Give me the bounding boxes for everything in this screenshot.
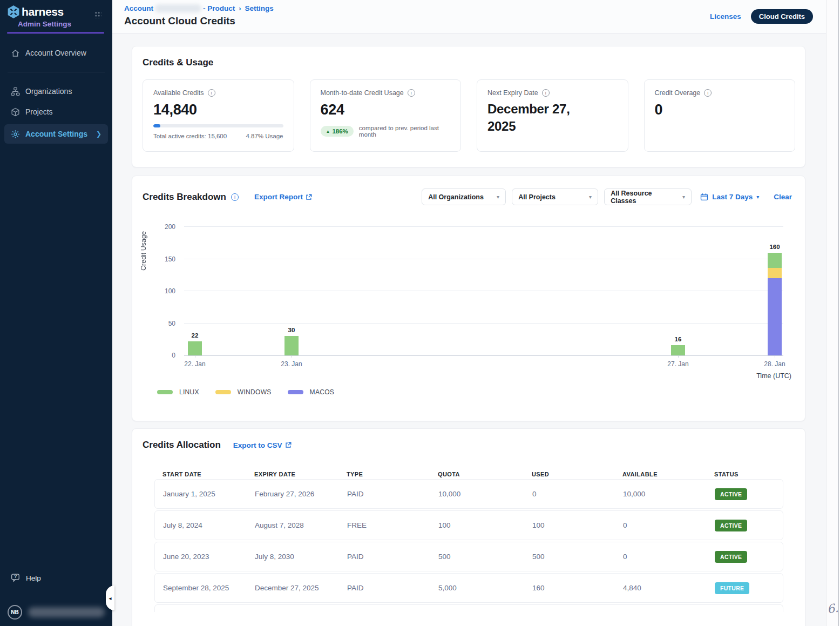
legend-swatch-windows	[215, 390, 231, 394]
caret-down-icon: ▾	[756, 194, 759, 200]
credits-usage-section: Credits & Usage Available Credits i 14,8…	[132, 46, 805, 167]
cloud-credits-button[interactable]: Cloud Credits	[751, 9, 813, 24]
table-row: June 20, 2023 July 8, 2030 PAID 500 500 …	[154, 542, 783, 571]
sidebar-header: harness Admin Settings	[0, 0, 112, 33]
info-icon[interactable]: i	[704, 89, 712, 97]
legend-item-macos[interactable]: MACOS	[288, 388, 335, 396]
col-expiry-date: EXPIRY DATE	[254, 471, 347, 477]
allocation-table: START DATE EXPIRY DATE TYPE QUOTA USED A…	[154, 471, 783, 612]
table-header-row: START DATE EXPIRY DATE TYPE QUOTA USED A…	[154, 471, 783, 477]
redacted-account-name	[155, 4, 201, 12]
collapse-arrow-icon: ◂	[109, 595, 111, 601]
info-icon[interactable]: i	[408, 89, 415, 97]
module-grid-icon[interactable]	[94, 11, 101, 18]
home-icon	[11, 49, 20, 58]
app-window: harness Admin Settings Account Overview	[0, 0, 840, 626]
status-badge: FUTURE	[715, 582, 749, 594]
licenses-link[interactable]: Licenses	[710, 12, 741, 21]
next-expiry-value: December 27, 2025	[487, 100, 601, 135]
chart-legend: LINUX WINDOWS MACOS	[157, 388, 334, 396]
legend-item-linux[interactable]: LINUX	[157, 388, 199, 396]
header-actions: Licenses Cloud Credits	[710, 9, 813, 24]
chart-y-labels: 050100150200	[154, 227, 175, 355]
credit-overage-card: Credit Overage i 0	[644, 79, 796, 152]
breadcrumb-settings-link[interactable]: Settings	[245, 4, 274, 12]
sidebar: harness Admin Settings Account Overview	[0, 0, 112, 626]
col-quota: QUOTA	[438, 471, 532, 477]
sidebar-item-projects[interactable]: Projects	[0, 102, 112, 122]
org-chart-icon	[11, 87, 20, 96]
status-badge: ACTIVE	[715, 520, 747, 531]
projects-filter[interactable]: All Projects ▾	[512, 189, 598, 205]
chart-x-axis-title: Time (UTC)	[756, 372, 791, 380]
available-progress-fill	[153, 124, 160, 127]
credits-usage-title: Credits & Usage	[143, 57, 795, 68]
sidebar-nav: Account Overview Organizations	[0, 43, 112, 144]
table-row: January 1, 2025 February 27, 2026 PAID 1…	[154, 479, 783, 509]
table-row-partial	[154, 604, 783, 612]
credits-allocation-section: Credits Allocation Export to CSV START D…	[132, 428, 805, 626]
sidebar-collapse-handle[interactable]: ◂	[106, 585, 114, 610]
legend-item-windows[interactable]: WINDOWS	[215, 388, 272, 396]
legend-swatch-linux	[157, 390, 173, 394]
organizations-filter[interactable]: All Organizations ▾	[422, 189, 506, 205]
sidebar-divider	[8, 72, 105, 72]
info-icon[interactable]: i	[208, 89, 215, 97]
chevron-right-icon: ❯	[96, 130, 101, 138]
gear-icon	[11, 130, 20, 139]
info-icon[interactable]: i	[231, 193, 239, 201]
sidebar-subtitle: Admin Settings	[18, 20, 105, 28]
cube-icon	[11, 107, 20, 117]
breadcrumb-separator: ›	[239, 4, 241, 12]
available-credits-card: Available Credits i 14,840 Total active …	[143, 79, 294, 152]
chevron-down-icon: ▾	[589, 194, 592, 200]
avatar[interactable]: NB	[8, 605, 22, 620]
info-icon[interactable]: i	[542, 89, 550, 97]
chart-plot: 050100150200 Credit Usage Time (UTC) 222…	[184, 227, 783, 356]
scrollbar[interactable]	[826, 0, 840, 626]
breadcrumb-account-link[interactable]: Account - Product	[124, 4, 235, 12]
triangle-up-icon: ▲	[326, 129, 330, 134]
main-area: Account - Product › Settings Account Clo…	[112, 0, 826, 626]
col-available: AVAILABLE	[622, 471, 714, 477]
page-content: Credits & Usage Available Credits i 14,8…	[112, 33, 826, 626]
external-link-icon	[306, 194, 312, 200]
resource-classes-filter[interactable]: All Resource Classes ▾	[604, 189, 692, 205]
help-button[interactable]: Help	[0, 569, 112, 587]
sidebar-item-organizations[interactable]: Organizations	[0, 81, 112, 102]
status-badge: ACTIVE	[715, 551, 747, 563]
mtd-usage-label: Month-to-date Credit Usage	[321, 89, 404, 97]
sidebar-footer: Help NB	[0, 569, 112, 626]
page-title: Account Cloud Credits	[124, 15, 235, 27]
credit-overage-value: 0	[655, 102, 785, 118]
sidebar-accent-rule	[7, 32, 104, 33]
user-row: NB	[0, 602, 112, 622]
chart-y-axis-title: Credit Usage	[140, 225, 147, 277]
export-report-link[interactable]: Export Report	[254, 193, 312, 201]
credits-allocation-title: Credits Allocation	[143, 440, 221, 450]
sidebar-item-account-settings[interactable]: Account Settings ❯	[4, 124, 108, 144]
allocation-header: Credits Allocation Export to CSV	[132, 429, 805, 450]
sidebar-item-account-overview[interactable]: Account Overview	[0, 43, 112, 63]
harness-logo-icon	[6, 5, 21, 19]
help-chat-icon	[11, 574, 21, 582]
legend-swatch-macos	[288, 390, 303, 394]
col-used: USED	[532, 471, 622, 477]
delta-badge: ▲ 186%	[321, 126, 354, 137]
handwritten-annotation: 6.	[826, 601, 839, 616]
col-status: STATUS	[714, 471, 783, 477]
page-header: Account - Product › Settings Account Clo…	[112, 0, 826, 33]
total-active-credits: Total active credits: 15,600	[153, 133, 227, 139]
sidebar-item-label: Account Overview	[25, 49, 86, 57]
breakdown-header: Credits Breakdown i Export Report	[132, 176, 805, 205]
harness-logo[interactable]: harness	[6, 5, 105, 19]
col-start-date: START DATE	[162, 471, 254, 477]
credits-progress-bar	[153, 124, 283, 127]
calendar-icon	[700, 193, 708, 201]
export-csv-link[interactable]: Export to CSV	[233, 441, 292, 449]
next-expiry-card: Next Expiry Date i December 27, 2025	[477, 79, 628, 152]
credits-breakdown-title: Credits Breakdown	[143, 192, 226, 203]
clear-filters-link[interactable]: Clear	[774, 193, 792, 201]
date-range-filter[interactable]: Last 7 Days ▾	[700, 193, 759, 201]
delta-note: compared to prev. period last month	[359, 125, 450, 138]
